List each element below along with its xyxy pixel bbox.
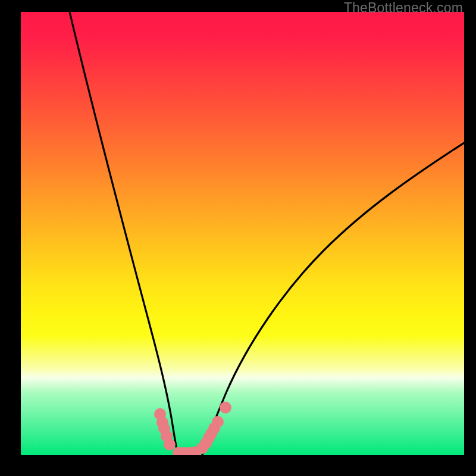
scatter-point	[212, 416, 224, 428]
plot-area	[21, 12, 464, 455]
scatter-point	[164, 439, 176, 450]
curve-right-branch	[202, 143, 464, 455]
chart-frame: TheBottleneck.com	[0, 0, 476, 476]
curve-left-branch	[70, 12, 178, 455]
watermark-text: TheBottleneck.com	[344, 0, 463, 16]
chart-svg	[21, 12, 464, 455]
scatter-point	[220, 402, 231, 414]
